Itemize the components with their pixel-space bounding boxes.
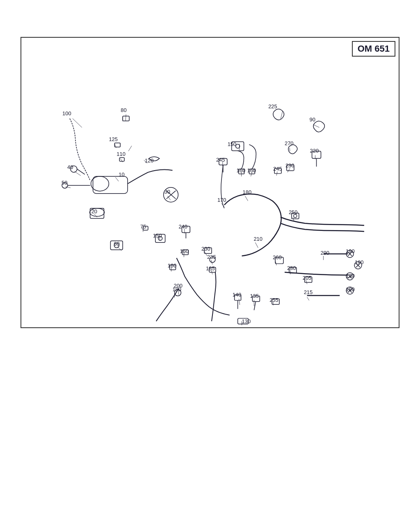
label-80: 80 — [121, 107, 126, 113]
upper-center-assembly — [219, 109, 297, 208]
label-290: 290 — [320, 250, 329, 256]
label-280: 280 — [287, 265, 296, 271]
label-250: 250 — [289, 209, 298, 215]
svg-line-61 — [126, 114, 126, 121]
egr-assembly — [62, 116, 178, 219]
label-270: 270 — [285, 140, 294, 146]
label-10: 10 — [119, 171, 124, 178]
label-150: 150 — [153, 233, 162, 239]
svg-rect-9 — [114, 143, 120, 147]
svg-line-98 — [94, 214, 97, 217]
svg-line-64 — [313, 125, 320, 128]
label-255: 255 — [269, 297, 278, 303]
label-225: 225 — [268, 103, 277, 110]
svg-line-30 — [254, 301, 256, 310]
label-130: 130 — [242, 318, 251, 324]
svg-line-73 — [307, 297, 309, 300]
label-90: 90 — [310, 116, 315, 123]
label-210: 210 — [253, 236, 262, 242]
page: OM 651 100 80 125 110 120 40 50 10 20 30… — [0, 0, 420, 525]
label-40: 40 — [67, 164, 73, 170]
svg-line-84 — [245, 196, 248, 201]
label-125: 125 — [109, 136, 118, 142]
svg-line-68 — [288, 168, 290, 172]
lower-left-assembly — [110, 226, 229, 321]
svg-line-60 — [73, 119, 82, 128]
label-110: 110 — [116, 151, 126, 157]
parts-diagram: 100 80 125 110 120 40 50 10 20 30 60 75 … — [21, 38, 399, 327]
label-230b: 230 — [201, 246, 210, 252]
diagram-frame: OM 651 100 80 125 110 120 40 50 10 20 30… — [21, 37, 399, 328]
svg-point-0 — [91, 176, 109, 191]
svg-line-97 — [115, 177, 119, 181]
label-160b: 160 — [168, 262, 177, 269]
label-245: 245 — [216, 157, 225, 163]
label-100: 100 — [62, 110, 71, 116]
svg-line-92 — [239, 299, 240, 305]
label-160a: 160 — [180, 248, 189, 254]
svg-line-62 — [128, 146, 132, 151]
label-185: 185 — [206, 265, 215, 272]
label-205: 205 — [303, 275, 312, 281]
svg-line-5 — [77, 169, 85, 174]
label-240: 240 — [178, 224, 187, 230]
svg-line-85 — [255, 242, 258, 248]
label-215: 215 — [304, 289, 313, 295]
svg-line-65 — [290, 148, 290, 151]
svg-line-95 — [75, 171, 81, 176]
